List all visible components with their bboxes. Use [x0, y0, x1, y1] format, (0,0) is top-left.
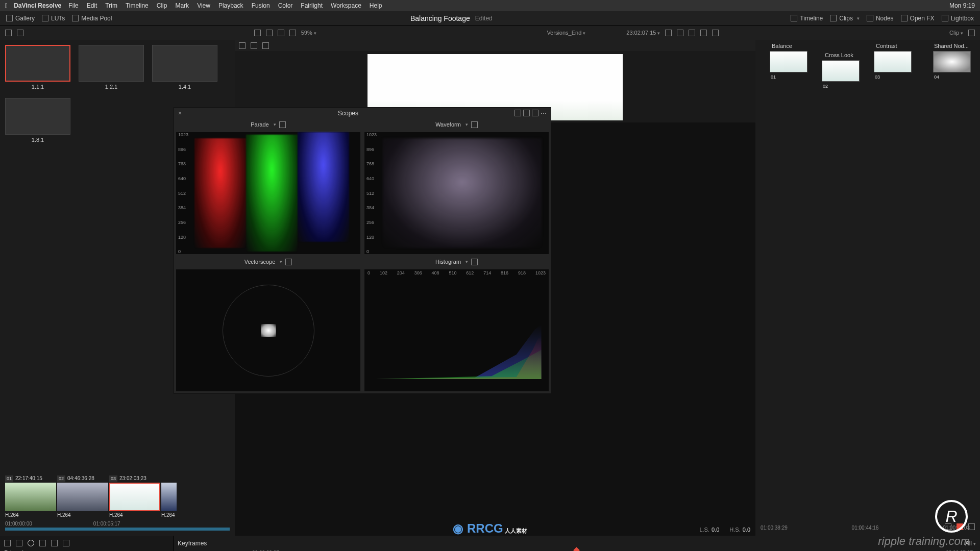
list-view-icon[interactable] [254, 30, 261, 36]
scope-settings-icon[interactable] [279, 121, 286, 128]
app-name[interactable]: DaVinci Resolve [14, 2, 61, 9]
project-edited-status: Edited [475, 15, 493, 22]
still-1[interactable]: 1.1.1 [5, 45, 70, 90]
menu-workspace[interactable]: Workspace [331, 2, 361, 9]
scope-settings-icon[interactable] [471, 259, 478, 265]
scope-vectorscope-label[interactable]: Vectorscope [244, 259, 276, 265]
still-3[interactable]: 1.4.1 [152, 45, 217, 90]
tool-wheels-icon[interactable] [28, 540, 34, 546]
qualifier-icon[interactable] [239, 42, 246, 49]
menu-fusion[interactable]: Fusion [252, 2, 270, 9]
zoom-level[interactable]: 59% [301, 30, 316, 36]
search-icon[interactable] [278, 30, 284, 36]
mediapool-icon [72, 15, 79, 21]
tool-5-icon[interactable] [51, 540, 58, 546]
macos-menubar:  DaVinci Resolve File Edit Trim Timelin… [0, 0, 980, 11]
node-label-balance: Balance [772, 43, 792, 49]
menu-color[interactable]: Color [278, 2, 293, 9]
clip-mode[interactable]: Clip [949, 30, 963, 36]
tool-4-icon[interactable] [39, 540, 46, 546]
clip-1[interactable]: 0122:17:40;15 H.264 [5, 483, 56, 518]
ruler-t0: 01:00:00:00 [5, 521, 32, 527]
menu-file[interactable]: File [68, 2, 78, 9]
node-04[interactable]: 04 [933, 51, 971, 72]
ruler-t2: 01:00:38:29 [761, 525, 788, 531]
scopes-layout-4-icon[interactable] [532, 110, 538, 116]
window-icon[interactable] [251, 42, 257, 49]
node-02[interactable]: 02 [822, 60, 860, 82]
still-4[interactable]: 1.8.1 [5, 98, 70, 143]
scope-settings-icon[interactable] [471, 121, 478, 128]
tool-6-icon[interactable] [63, 540, 69, 546]
sidebar-icon[interactable] [5, 30, 12, 36]
scopes-layout-1-icon[interactable] [514, 110, 521, 116]
tool-1-icon[interactable] [4, 540, 11, 546]
node-01[interactable]: 01 [770, 51, 807, 72]
scope-waveform-label[interactable]: Waveform [435, 121, 461, 128]
gallery-toggle[interactable]: Gallery [6, 15, 35, 22]
clip-2[interactable]: 0204:46:36:28 H.264 [57, 483, 108, 518]
ruler-t1: 01:00:05:17 [93, 521, 120, 527]
apple-menu[interactable]:  [5, 2, 8, 10]
menu-edit[interactable]: Edit [87, 2, 97, 9]
gallery-icon [6, 15, 13, 21]
luts-icon [42, 15, 48, 21]
pointer-icon[interactable] [700, 30, 707, 36]
scope-histogram-label[interactable]: Histogram [435, 259, 461, 265]
scopes-layout-2-icon[interactable] [523, 110, 530, 116]
options-icon[interactable] [289, 30, 296, 36]
menu-timeline[interactable]: Timeline [126, 2, 149, 9]
magic-icon[interactable] [262, 42, 269, 49]
viewer-options-icon[interactable] [689, 30, 695, 36]
clips-thumbnail-strip: 0122:17:40;15 H.264 0204:46:36:28 H.264 … [5, 483, 230, 531]
menu-fairlight[interactable]: Fairlight [301, 2, 323, 9]
mini-timeline[interactable] [5, 528, 230, 531]
watermark-rrcg: ◉ RRCG 人人素材 [453, 521, 527, 536]
scopes-close-icon[interactable]: × [178, 110, 182, 117]
thumb-view-icon[interactable] [266, 30, 273, 36]
scopes-window[interactable]: × Scopes ⋯ Parade 1023 896 768 640 512 3… [174, 107, 551, 394]
expand-icon[interactable] [677, 30, 683, 36]
still-2[interactable]: 1.2.1 [79, 45, 144, 90]
watermark-ripple: ripple training.com [878, 535, 970, 548]
scopes-title: Scopes [338, 110, 358, 117]
clip-4[interactable]: 04 H.264 [161, 483, 177, 518]
node-03[interactable]: 03 [874, 51, 912, 72]
scopes-options-icon[interactable]: ⋯ [541, 110, 547, 117]
lightbox-toggle[interactable]: Lightbox [942, 15, 974, 22]
lightbox-icon [942, 15, 948, 21]
menu-view[interactable]: View [197, 2, 210, 9]
node-editor[interactable]: Balance Cross Look Contrast Shared Nod..… [755, 40, 980, 536]
menu-mark[interactable]: Mark [175, 2, 189, 9]
nodes-toggle[interactable]: Nodes [867, 15, 894, 22]
version-name[interactable]: Versions_End [547, 30, 585, 36]
scope-waveform: Waveform 1023 896 768 640 512 384 256 12… [362, 119, 551, 256]
tool-2-icon[interactable] [16, 540, 22, 546]
clips-toggle[interactable]: Clips [830, 15, 860, 22]
fx-icon [901, 15, 908, 21]
menu-help[interactable]: Help [370, 2, 382, 9]
scope-parade: Parade 1023 896 768 640 512 384 256 128 … [174, 119, 362, 256]
node-label-crosslook: Cross Look [825, 52, 853, 58]
timeline-toggle[interactable]: Timeline [791, 15, 823, 22]
keyframes-panel: Keyframes All 00:00:03:29 ▸ Master ▸ Cor… [174, 536, 980, 551]
menubar-clock: Mon 9:19 [949, 2, 975, 9]
menu-clip[interactable]: Clip [157, 2, 167, 9]
mediapool-toggle[interactable]: Media Pool [72, 15, 112, 22]
bypass-icon[interactable] [665, 30, 672, 36]
luts-toggle[interactable]: LUTs [42, 15, 65, 22]
kf-tool-3-icon[interactable] [968, 523, 975, 530]
node-options-icon[interactable] [968, 30, 975, 36]
grab-still-icon[interactable] [17, 30, 23, 36]
primaries-panel: Primaries• Temp0.00 Tint0.00 Contrast1.0… [0, 536, 174, 551]
node-label-contrast: Contrast [876, 43, 897, 49]
hand-icon[interactable] [712, 30, 719, 36]
scope-parade-label[interactable]: Parade [251, 121, 268, 128]
clips-icon [830, 15, 837, 21]
menu-trim[interactable]: Trim [105, 2, 117, 9]
scope-settings-icon[interactable] [285, 259, 292, 265]
clip-3[interactable]: 0323:02:03;23 H.264 [109, 483, 160, 518]
menu-playback[interactable]: Playback [218, 2, 243, 9]
openfx-toggle[interactable]: Open FX [901, 15, 935, 22]
viewer-timecode[interactable]: 23:02:07:15 [626, 30, 660, 36]
